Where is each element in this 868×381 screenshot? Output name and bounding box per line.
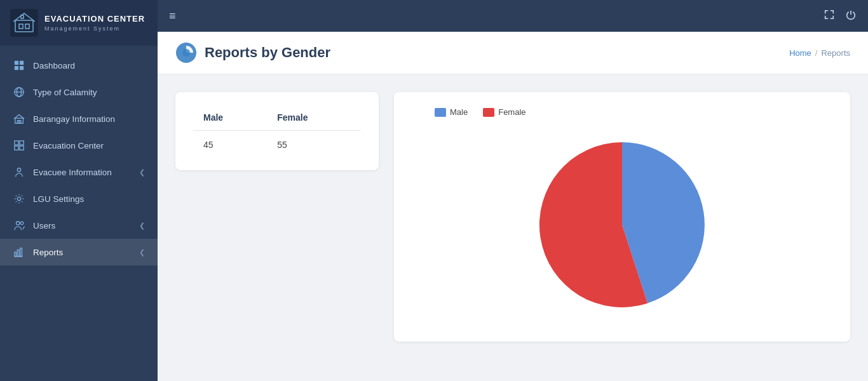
page-title: Reports by Gender [205, 44, 330, 61]
content-area: Reports by Gender Home / Reports Male Fe… [158, 32, 868, 381]
breadcrumb-separator: / [815, 48, 818, 58]
svg-point-20 [17, 197, 20, 200]
chart-card: Male Female [394, 92, 850, 342]
settings-icon [13, 192, 25, 205]
sidebar-item-calamity-label: Type of Calamity [33, 88, 97, 97]
sidebar-item-users[interactable]: Users ❮ [0, 212, 158, 239]
gender-table: Male Female 45 55 [193, 107, 361, 155]
chevron-icon: ❮ [139, 222, 145, 230]
sidebar-item-reports-label: Reports [33, 248, 63, 257]
dashboard-icon [13, 59, 25, 72]
breadcrumb: Home / Reports [789, 48, 850, 58]
page-header: Reports by Gender Home / Reports [158, 32, 868, 74]
sidebar-item-evacuee-label: Evacuee Information [33, 168, 112, 177]
val-male: 45 [193, 131, 267, 156]
expand-icon[interactable] [824, 9, 835, 23]
svg-rect-23 [15, 252, 17, 256]
sidebar-item-barangay[interactable]: Barangay Information [0, 105, 158, 132]
col-male-header: Male [193, 107, 267, 131]
grid-icon [13, 139, 25, 152]
svg-rect-5 [15, 61, 18, 65]
svg-rect-16 [20, 141, 24, 145]
breadcrumb-current: Reports [821, 48, 850, 58]
table-row: 45 55 [193, 131, 361, 156]
sidebar-header: EVACUATION CENTER Management System [0, 0, 158, 46]
svg-point-28 [182, 49, 190, 57]
svg-rect-18 [20, 146, 24, 150]
users-icon [13, 219, 25, 232]
sidebar-item-lgu[interactable]: LGU Settings [0, 185, 158, 212]
legend-female: Female [483, 107, 526, 117]
sidebar-item-users-label: Users [33, 221, 55, 231]
legend-female-label: Female [498, 107, 526, 117]
svg-point-22 [20, 222, 24, 225]
svg-point-21 [17, 222, 20, 225]
svg-rect-25 [20, 248, 22, 257]
topbar-right [824, 9, 857, 23]
chevron-icon: ❮ [139, 248, 145, 257]
svg-rect-15 [15, 141, 18, 145]
app-title: EVACUATION CENTER [44, 14, 145, 24]
sidebar-item-evacuation-label: Evacuation Center [33, 141, 104, 150]
topbar: ≡ [158, 0, 868, 32]
sidebar-item-dashboard-label: Dashboard [33, 61, 75, 70]
main-area: ≡ Reports by Gender Home [158, 0, 868, 381]
sidebar-item-calamity[interactable]: Type of Calamity [0, 79, 158, 105]
legend-male-label: Male [450, 107, 468, 117]
chevron-icon: ❮ [139, 168, 145, 177]
svg-rect-6 [20, 61, 24, 65]
chart-bar-icon [13, 246, 25, 258]
gender-data-card: Male Female 45 55 [175, 92, 379, 170]
chart-legend: Male Female [435, 107, 526, 117]
female-swatch [483, 108, 494, 117]
content-body: Male Female 45 55 [158, 74, 868, 359]
sidebar-item-evacuee[interactable]: Evacuee Information ❮ [0, 159, 158, 185]
page-header-left: Reports by Gender [175, 42, 330, 64]
app-logo-icon [10, 9, 38, 37]
legend-male: Male [435, 107, 468, 117]
val-female: 55 [267, 131, 361, 156]
menu-toggle-button[interactable]: ≡ [169, 10, 176, 23]
sidebar-item-reports[interactable]: Reports ❮ [0, 239, 158, 265]
svg-rect-14 [19, 121, 21, 124]
page-header-icon [175, 42, 197, 64]
person-icon [13, 166, 25, 178]
sidebar-nav: Dashboard Type of Calamity Barangay Info… [0, 46, 158, 381]
svg-rect-17 [15, 146, 18, 150]
sidebar-item-dashboard[interactable]: Dashboard [0, 52, 158, 79]
sidebar-item-barangay-label: Barangay Information [33, 114, 115, 124]
col-female-header: Female [267, 107, 361, 131]
breadcrumb-home-link[interactable]: Home [789, 48, 811, 58]
building-icon [13, 112, 25, 125]
svg-rect-24 [17, 250, 19, 256]
male-swatch [435, 108, 446, 117]
topbar-left: ≡ [169, 10, 176, 23]
sidebar: EVACUATION CENTER Management System Dash… [0, 0, 158, 381]
sidebar-item-evacuation[interactable]: Evacuation Center [0, 132, 158, 159]
power-icon[interactable] [845, 9, 857, 23]
svg-rect-8 [20, 66, 24, 70]
pie-chart [514, 123, 730, 326]
app-subtitle: Management System [44, 25, 145, 32]
globe-icon [13, 86, 25, 98]
sidebar-item-lgu-label: LGU Settings [33, 194, 84, 204]
pie-chart-container [409, 123, 835, 326]
svg-rect-7 [15, 66, 18, 70]
app-title-block: EVACUATION CENTER Management System [44, 14, 145, 32]
svg-point-19 [17, 168, 20, 171]
